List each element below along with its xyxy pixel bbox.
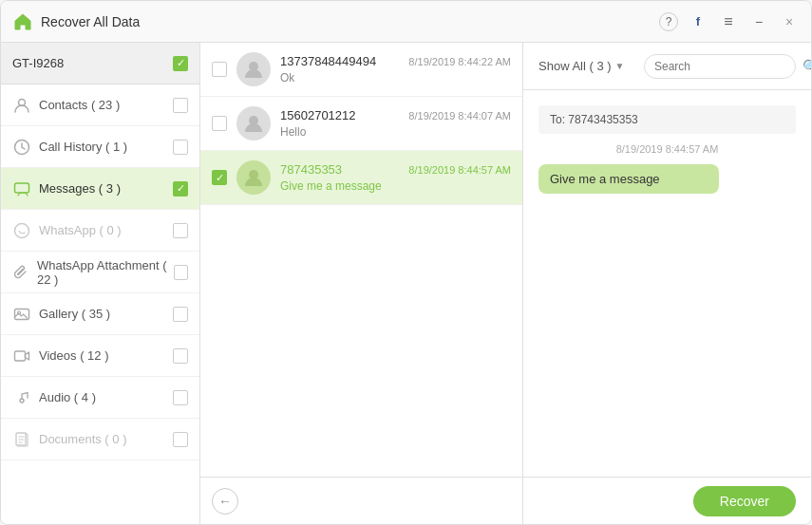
help-button[interactable]: ? [659,12,678,31]
device-row: GT-I9268 [1,43,199,84]
chat-recipient: To: 78743435353 [538,105,796,134]
msg-1-phone: 13737848449494 [280,54,376,68]
sidebar-item-gallery[interactable]: Gallery ( 35 ) [1,293,199,335]
title-bar-right: ? f ≡ − × [659,11,800,32]
search-box: 🔍 [644,54,796,79]
search-icon: 🔍 [803,59,811,74]
chevron-down-icon: ▼ [615,61,625,71]
gallery-icon [12,305,31,324]
recover-button[interactable]: Recover [693,486,796,516]
message-item[interactable]: 13737848449494 8/19/2019 8:44:22 AM Ok [200,43,522,97]
attachment-icon [12,263,29,282]
middle-panel: 13737848449494 8/19/2019 8:44:22 AM Ok [200,43,523,524]
main-content: GT-I9268 Contacts ( 23 ) [1,43,811,524]
home-icon[interactable] [12,11,33,32]
sidebar-item-contacts[interactable]: Contacts ( 23 ) [1,84,199,126]
sidebar-item-whatsapp[interactable]: WhatsApp ( 0 ) [1,210,199,252]
msg-3-preview: Give me a message [280,179,511,193]
videos-label: Videos ( 12 ) [39,348,108,363]
videos-icon [12,347,31,366]
sidebar-item-call-history[interactable]: Call History ( 1 ) [1,126,199,168]
device-name: GT-I9268 [12,56,64,70]
msg-3-avatar [236,160,271,195]
back-button[interactable]: ← [212,488,238,515]
contacts-checkbox[interactable] [173,98,188,113]
right-panel: Show All ( 3 ) ▼ 🔍 To: 78743435353 8/19/… [523,43,811,524]
whatsapp-checkbox[interactable] [173,223,188,238]
gallery-label: Gallery ( 35 ) [39,307,110,321]
videos-checkbox[interactable] [173,348,188,364]
messages-icon [12,179,31,198]
sidebar-items: Contacts ( 23 ) Call History ( 1 ) [1,84,199,524]
call-history-checkbox[interactable] [173,140,188,155]
minimize-button[interactable]: − [748,11,769,32]
right-header: Show All ( 3 ) ▼ 🔍 [523,43,811,90]
documents-label: Documents ( 0 ) [39,432,126,446]
device-checkbox[interactable] [173,56,188,71]
facebook-button[interactable]: f [688,11,708,32]
whatsapp-attachment-label: WhatsApp Attachment ( 22 ) [37,258,174,287]
msg-3-checkbox[interactable] [212,170,227,185]
sidebar-item-messages[interactable]: Messages ( 3 ) [1,168,199,210]
messages-label: Messages ( 3 ) [39,181,121,196]
msg-1-time: 8/19/2019 8:44:22 AM [408,56,511,67]
sidebar-item-audio[interactable]: Audio ( 4 ) [1,377,199,419]
contacts-icon [12,96,31,115]
contacts-label: Contacts ( 23 ) [39,98,120,112]
message-list: 13737848449494 8/19/2019 8:44:22 AM Ok [200,43,522,477]
show-all-label: Show All ( 3 ) [538,59,612,73]
sidebar: GT-I9268 Contacts ( 23 ) [1,43,200,524]
gallery-checkbox[interactable] [173,307,188,322]
whatsapp-label: WhatsApp ( 0 ) [39,223,122,237]
documents-icon [12,430,31,449]
middle-footer: ← [200,477,522,524]
audio-icon [12,388,31,407]
msg-2-time: 8/19/2019 8:44:07 AM [408,110,511,122]
msg-3-content: 787435353 8/19/2019 8:44:57 AM Give me a… [280,162,511,193]
msg-2-phone: 15602701212 [280,108,356,122]
whatsapp-attachment-checkbox[interactable] [174,265,188,280]
msg-3-time: 8/19/2019 8:44:57 AM [408,164,511,176]
svg-rect-6 [15,351,26,361]
whatsapp-icon [12,221,31,240]
sidebar-item-whatsapp-attachment[interactable]: WhatsApp Attachment ( 22 ) [1,252,199,293]
right-content: To: 78743435353 8/19/2019 8:44:57 AM Giv… [523,90,811,477]
audio-label: Audio ( 4 ) [39,390,96,404]
svg-point-3 [15,223,29,237]
message-item[interactable]: 787435353 8/19/2019 8:44:57 AM Give me a… [200,151,522,205]
menu-button[interactable]: ≡ [718,11,739,32]
close-button[interactable]: × [779,11,800,32]
msg-2-checkbox[interactable] [212,116,227,131]
sidebar-item-documents[interactable]: Documents ( 0 ) [1,419,199,460]
call-history-label: Call History ( 1 ) [39,140,127,154]
call-history-icon [12,138,31,157]
audio-checkbox[interactable] [173,390,188,405]
search-input[interactable] [654,60,797,73]
msg-3-phone: 787435353 [280,162,342,177]
msg-1-content: 13737848449494 8/19/2019 8:44:22 AM Ok [280,54,511,84]
messages-checkbox[interactable] [173,181,188,197]
documents-checkbox[interactable] [173,432,188,447]
title-bar-left: Recover All Data [12,11,659,32]
msg-1-preview: Ok [280,71,511,84]
msg-1-avatar [236,52,271,86]
right-footer: Recover [523,477,811,524]
sidebar-item-videos[interactable]: Videos ( 12 ) [1,335,199,377]
chat-bubble: Give me a message [538,164,719,194]
msg-2-avatar [236,106,271,141]
msg-2-preview: Hello [280,125,511,139]
msg-2-content: 15602701212 8/19/2019 8:44:07 AM Hello [280,108,511,139]
svg-rect-2 [15,183,29,193]
message-item[interactable]: 15602701212 8/19/2019 8:44:07 AM Hello [200,97,522,151]
app-title: Recover All Data [41,14,140,29]
chat-date: 8/19/2019 8:44:57 AM [538,143,796,155]
show-all-button[interactable]: Show All ( 3 ) ▼ [538,59,625,73]
title-bar: Recover All Data ? f ≡ − × [1,1,811,43]
msg-1-checkbox[interactable] [212,62,227,77]
